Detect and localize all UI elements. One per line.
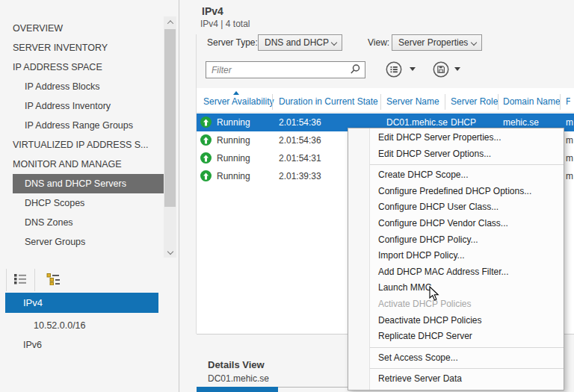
cell-duration: 2.01:39:33 — [279, 167, 321, 185]
scroll-up-icon[interactable] — [164, 16, 176, 28]
sidebar-item-ip-address-space[interactable]: IP ADDRESS SPACE — [0, 57, 164, 77]
menu-separator — [370, 347, 564, 348]
menu-item-add-dhcp-mac-address-filter[interactable]: Add DHCP MAC Address Filter... — [348, 264, 564, 281]
sidebar-content-divider — [179, 0, 179, 392]
chevron-down-icon — [331, 40, 337, 46]
sidebar-item-dns-zones[interactable]: DNS Zones — [0, 213, 164, 232]
save-view-button[interactable] — [433, 61, 449, 78]
ipam-console: OVERVIEW SERVER INVENTORY IP ADDRESS SPA… — [0, 0, 574, 392]
sidebar: OVERVIEW SERVER INVENTORY IP ADDRESS SPA… — [0, 0, 179, 392]
cursor-icon — [429, 286, 439, 302]
view-dropdown[interactable]: Server Properties — [392, 34, 482, 51]
running-status-icon — [200, 116, 212, 128]
running-status-icon — [200, 152, 212, 164]
menu-item-configure-dhcp-vendor-class[interactable]: Configure DHCP Vendor Class... — [348, 216, 564, 232]
sidebar-item-server-groups[interactable]: Server Groups — [0, 232, 164, 252]
column-header-domain-name[interactable]: Domain Name — [503, 96, 561, 107]
sidebar-item-monitor-and-manage[interactable]: MONITOR AND MANAGE — [0, 155, 164, 174]
save-view-caret-button[interactable] — [454, 67, 460, 71]
scroll-down-icon[interactable] — [164, 246, 176, 258]
cell-edge-fragment: m — [566, 113, 573, 131]
menu-item-edit-dhcp-server-properties[interactable]: Edit DHCP Server Properties... — [348, 130, 564, 146]
details-heading: Details View — [208, 359, 265, 370]
menu-separator — [370, 164, 564, 165]
menu-item-set-access-scope[interactable]: Set Access Scope... — [348, 350, 564, 367]
dhcp-context-menu: Edit DHCP Server Properties... Edit DHCP… — [348, 128, 564, 391]
cell-availability: Running — [217, 113, 250, 131]
cell-availability: Running — [217, 131, 250, 149]
menu-item-create-dhcp-scope[interactable]: Create DHCP Scope... — [348, 167, 564, 184]
search-icon — [349, 63, 361, 75]
tree-tab-icon — [46, 273, 61, 285]
sort-ascending-icon — [233, 91, 239, 95]
menu-item-import-dhcp-policy[interactable]: Import DHCP Policy... — [348, 248, 564, 264]
list-view-button[interactable] — [386, 61, 402, 78]
cell-availability: Running — [217, 149, 250, 167]
menu-item-edit-dhcp-server-options[interactable]: Edit DHCP Server Options... — [348, 146, 564, 163]
tab-divider-left — [6, 269, 7, 291]
cell-availability: Running — [217, 167, 250, 185]
menu-separator — [370, 368, 564, 369]
scrollbar-thumb[interactable] — [164, 29, 176, 207]
sidebar-item-dns-and-dhcp-servers[interactable]: DNS and DHCP Servers — [13, 174, 164, 193]
column-separator — [498, 94, 499, 110]
menu-item-configure-dhcp-user-class[interactable]: Configure DHCP User Class... — [348, 199, 564, 216]
sidebar-item-server-inventory[interactable]: SERVER INVENTORY — [0, 38, 164, 57]
tree-item-ipv4[interactable]: IPv4 — [5, 293, 158, 313]
tab-tree-view[interactable] — [40, 267, 66, 291]
column-separator — [445, 94, 445, 110]
column-separator — [272, 94, 273, 110]
sidebar-item-ip-address-blocks[interactable]: IP Address Blocks — [0, 77, 164, 96]
cell-edge-fragment: m — [566, 131, 573, 149]
cell-duration: 2.01:54:36 — [279, 113, 321, 131]
server-type-label: Server Type: — [207, 34, 258, 51]
tab-divider-mid — [34, 269, 35, 291]
column-header-truncated[interactable]: F — [566, 96, 570, 107]
menu-item-retrieve-server-data[interactable]: Retrieve Server Data — [348, 371, 564, 388]
cell-edge-fragment: m — [566, 167, 573, 185]
list-tab-icon — [14, 274, 28, 284]
sidebar-item-virtualized-ip[interactable]: VIRTUALIZED IP ADDRESS S... — [0, 135, 164, 155]
sidebar-scrollbar[interactable] — [164, 16, 176, 258]
running-status-icon — [200, 134, 212, 146]
tree-item-ipv4-subnet[interactable]: 10.52.0.0/16 — [34, 320, 86, 331]
running-status-icon — [200, 170, 212, 181]
server-type-value: DNS and DHCP — [265, 37, 329, 48]
sidebar-item-ip-address-range-groups[interactable]: IP Address Range Groups — [0, 116, 164, 135]
column-separator — [380, 94, 381, 110]
chevron-down-icon — [471, 40, 477, 46]
page-subtitle: IPv4 | 4 total — [200, 19, 250, 29]
list-view-caret-button[interactable] — [410, 67, 416, 71]
menu-item-replicate-dhcp-server[interactable]: Replicate DHCP Server — [348, 329, 564, 345]
cell-duration: 2.01:54:31 — [279, 149, 321, 167]
menu-item-configure-predefined-dhcp-options[interactable]: Configure Predefined DHCP Options... — [348, 184, 564, 200]
details-active-tab[interactable] — [197, 387, 278, 392]
sidebar-item-dhcp-scopes[interactable]: DHCP Scopes — [0, 193, 164, 213]
menu-item-activate-dhcp-policies: Activate DHCP Policies — [348, 296, 564, 313]
column-separator — [560, 94, 561, 110]
sidebar-item-ip-address-inventory[interactable]: IP Address Inventory — [0, 96, 164, 116]
cell-edge-fragment: m — [566, 149, 573, 167]
view-value: Server Properties — [398, 37, 468, 48]
column-header-server-name[interactable]: Server Name — [386, 96, 439, 107]
server-type-dropdown[interactable]: DNS and DHCP — [258, 34, 342, 51]
menu-item-deactivate-dhcp-policies[interactable]: Deactivate DHCP Policies — [348, 313, 564, 329]
menu-item-configure-dhcp-policy[interactable]: Configure DHCP Policy... — [348, 232, 564, 249]
column-header-server-role[interactable]: Server Role — [451, 96, 498, 107]
header-underline — [197, 112, 574, 113]
details-server-name: DC01.mehic.se — [208, 373, 269, 384]
view-label: View: — [368, 34, 389, 51]
page-title: IPv4 — [202, 5, 223, 17]
cell-duration: 2.01:54:36 — [279, 131, 321, 149]
column-header-duration[interactable]: Duration in Current State — [279, 96, 378, 107]
details-tab-baseline — [278, 387, 350, 388]
sidebar-item-overview[interactable]: OVERVIEW — [0, 19, 164, 38]
menu-item-launch-mmc[interactable]: Launch MMC — [348, 280, 564, 296]
tree-item-ipv6[interactable]: IPv6 — [23, 340, 42, 350]
tab-list-view[interactable] — [9, 267, 33, 291]
column-header-server-availability[interactable]: Server Availability — [203, 96, 274, 107]
filter-input[interactable] — [206, 61, 365, 78]
